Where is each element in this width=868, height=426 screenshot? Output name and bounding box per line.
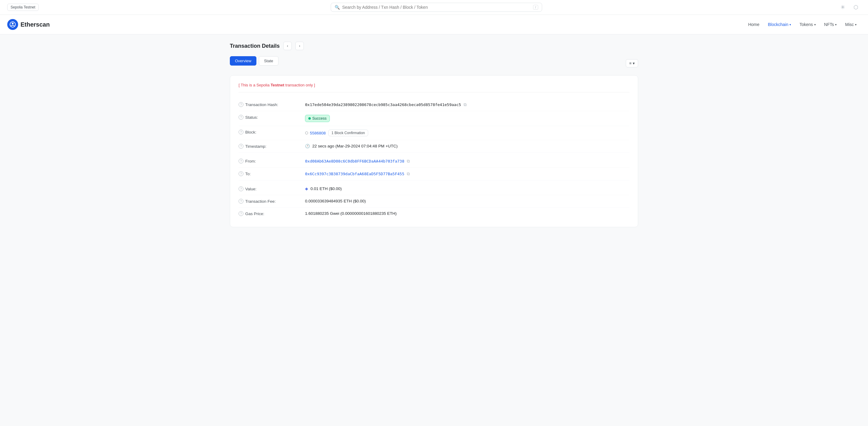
status-label: ? Status: xyxy=(239,115,305,120)
clock-icon: 🕐 xyxy=(305,144,310,148)
timestamp-label: ? Timestamp: xyxy=(239,144,305,149)
info-icon[interactable]: ? xyxy=(239,199,243,204)
search-input[interactable] xyxy=(342,5,531,10)
to-row: ? To: 0x6Cc9397c3B38739daCbfaA68EaD5F5D7… xyxy=(239,168,629,180)
info-icon[interactable]: ? xyxy=(239,171,243,176)
eth-diamond-icon: ◆ xyxy=(305,186,308,191)
eth-price-icon[interactable]: ⬡ xyxy=(851,2,861,12)
copy-from-icon[interactable]: ⧉ xyxy=(407,159,410,164)
topbar: Sepolia Testnet 🔍 / ✳ ⬡ xyxy=(0,0,868,15)
tx-hash-label: ? Transaction Hash: xyxy=(239,102,305,107)
page-title: Transaction Details xyxy=(230,43,280,49)
to-address-link[interactable]: 0x6Cc9397c3B38739daCbfaA68EaD5F5D77Ba5F4… xyxy=(305,172,404,176)
info-icon[interactable]: ? xyxy=(239,115,243,120)
copy-to-icon[interactable]: ⧉ xyxy=(407,171,410,177)
info-icon[interactable]: ? xyxy=(239,159,243,163)
page-content: Transaction Details ‹ › Overview State ≡… xyxy=(223,34,645,235)
logo[interactable]: Etherscan xyxy=(7,15,50,34)
status-row: ? Status: Success xyxy=(239,111,629,126)
network-badge[interactable]: Sepolia Testnet xyxy=(7,4,39,11)
nav-item-home[interactable]: Home xyxy=(744,16,764,33)
value-row: ? Value: ◆ 0.01 ETH ($0.00) xyxy=(239,183,629,195)
list-icon: ≡ xyxy=(629,61,631,66)
value-value: ◆ 0.01 ETH ($0.00) xyxy=(305,186,629,191)
block-label: ? Block: xyxy=(239,130,305,134)
next-arrow[interactable]: › xyxy=(296,42,304,50)
tx-hash-text: 0x17ede504e39da2389802208678cecb985c3aa4… xyxy=(305,102,461,107)
nav-item-blockchain[interactable]: Blockchain ▾ xyxy=(764,16,795,33)
chevron-down-icon: ▾ xyxy=(789,23,791,26)
confirmation-badge: 1 Block Confirmation xyxy=(328,130,369,136)
copy-hash-icon[interactable]: ⧉ xyxy=(464,102,467,107)
view-options-button[interactable]: ≡ ▾ xyxy=(626,59,638,67)
timestamp-row: ? Timestamp: 🕐 22 secs ago (Mar-29-2024 … xyxy=(239,140,629,153)
tx-hash-value: 0x17ede504e39da2389802208678cecb985c3aa4… xyxy=(305,102,629,107)
info-icon[interactable]: ? xyxy=(239,130,243,134)
separator-2 xyxy=(239,180,629,183)
from-value: 0xd08Ab63Ae8D08c6C0db8FF6BCDaAA44b703fa7… xyxy=(305,159,629,164)
info-icon[interactable]: ? xyxy=(239,211,243,216)
info-icon[interactable]: ? xyxy=(239,144,243,149)
tx-hash-row: ? Transaction Hash: 0x17ede504e39da23898… xyxy=(239,98,629,111)
separator xyxy=(239,153,629,155)
info-icon[interactable]: ? xyxy=(239,186,243,191)
tab-state[interactable]: State xyxy=(259,56,278,66)
status-value: Success xyxy=(305,115,629,122)
chevron-down-icon: ▾ xyxy=(855,23,857,26)
to-value: 0x6Cc9397c3B38739daCbfaA68EaD5F5D77Ba5F4… xyxy=(305,171,629,177)
to-label: ? To: xyxy=(239,171,305,176)
tabs-row: Overview State ≡ ▾ xyxy=(230,56,638,70)
testnet-notice: [ This is a Sepolia Testnet transaction … xyxy=(239,83,629,92)
gas-row: ? Gas Price: 1.601880235 Gwei (0.0000000… xyxy=(239,208,629,220)
logo-text: Etherscan xyxy=(21,21,50,28)
status-badge: Success xyxy=(305,115,330,122)
chevron-down-icon: ▾ xyxy=(814,23,816,26)
navbar: Etherscan Home Blockchain ▾ Tokens ▾ NFT… xyxy=(0,15,868,34)
theme-toggle-icon[interactable]: ✳ xyxy=(838,2,847,12)
search-icon: 🔍 xyxy=(335,5,340,10)
page-header: Transaction Details ‹ › xyxy=(230,42,638,50)
toolbar-right: ≡ ▾ xyxy=(626,59,638,67)
prev-arrow[interactable]: ‹ xyxy=(283,42,292,50)
from-row: ? From: 0xd08Ab63Ae8D08c6C0db8FF6BCDaAA4… xyxy=(239,155,629,168)
tab-overview[interactable]: Overview xyxy=(230,56,256,66)
nav-item-nfts[interactable]: NFTs ▾ xyxy=(820,16,841,33)
search-bar: 🔍 / xyxy=(331,3,542,12)
info-icon[interactable]: ? xyxy=(239,102,243,107)
tabs: Overview State xyxy=(230,56,278,66)
svg-point-1 xyxy=(12,23,13,25)
nav-links: Home Blockchain ▾ Tokens ▾ NFTs ▾ Misc ▾ xyxy=(744,16,861,33)
transaction-detail-card: [ This is a Sepolia Testnet transaction … xyxy=(230,75,638,227)
block-row: ? Block: ⬡ 5586808 1 Block Confirmation xyxy=(239,126,629,140)
fee-row: ? Transaction Fee: 0.000033639484935 ETH… xyxy=(239,195,629,208)
logo-icon xyxy=(7,19,18,30)
block-number-link[interactable]: ⬡ 5586808 xyxy=(305,131,326,135)
block-icon: ⬡ xyxy=(305,131,308,135)
slash-badge: / xyxy=(533,5,538,10)
from-address-link[interactable]: 0xd08Ab63Ae8D08c6C0db8FF6BCDaAA44b703fa7… xyxy=(305,159,404,163)
block-value: ⬡ 5586808 1 Block Confirmation xyxy=(305,130,629,136)
nav-item-misc[interactable]: Misc ▾ xyxy=(841,16,861,33)
timestamp-value: 🕐 22 secs ago (Mar-29-2024 07:04:48 PM +… xyxy=(305,144,629,148)
gas-value: 1.601880235 Gwei (0.000000001601880235 E… xyxy=(305,211,629,216)
from-label: ? From: xyxy=(239,159,305,163)
chevron-down-icon: ▾ xyxy=(633,61,635,66)
fee-value: 0.000033639484935 ETH ($0.00) xyxy=(305,199,629,203)
nav-item-tokens[interactable]: Tokens ▾ xyxy=(795,16,820,33)
success-dot xyxy=(308,117,311,120)
topbar-icons: ✳ ⬡ xyxy=(838,2,861,12)
value-label: ? Value: xyxy=(239,186,305,191)
chevron-down-icon: ▾ xyxy=(835,23,837,26)
gas-label: ? Gas Price: xyxy=(239,211,305,216)
fee-label: ? Transaction Fee: xyxy=(239,199,305,204)
